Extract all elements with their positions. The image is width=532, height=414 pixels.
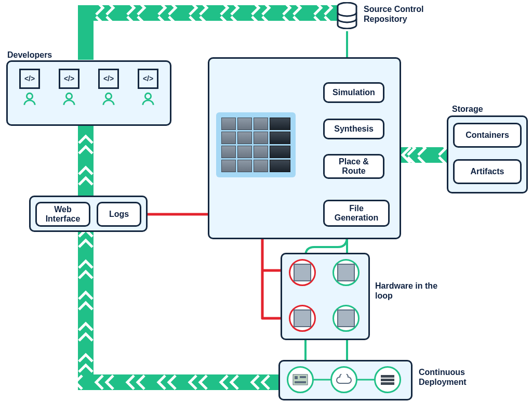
svg-rect-6	[78, 374, 296, 390]
code-icon: </>	[59, 69, 79, 89]
person-icon	[101, 92, 116, 106]
svg-point-12	[105, 93, 111, 99]
web-interface-node: Web Interface	[35, 202, 90, 227]
developer-icon: </>	[136, 69, 160, 106]
hw-device-icon	[332, 259, 360, 286]
svg-rect-20	[381, 382, 394, 385]
source-control-db-icon	[337, 2, 357, 29]
svg-rect-7	[400, 147, 449, 163]
developer-icon: </>	[57, 69, 81, 106]
svg-point-13	[145, 93, 151, 99]
svg-rect-18	[381, 375, 394, 378]
stage-synthesis: Synthesis	[323, 119, 384, 139]
continuous-deployment-label: Continuous Deployment	[419, 367, 491, 387]
svg-rect-3	[78, 120, 94, 374]
svg-rect-8	[400, 147, 449, 163]
hw-device-icon	[332, 305, 360, 332]
svg-rect-16	[300, 376, 306, 378]
stage-simulation: Simulation	[323, 82, 384, 103]
hw-device-icon	[289, 259, 316, 286]
svg-point-11	[66, 93, 72, 99]
svg-rect-15	[295, 376, 298, 379]
svg-point-10	[26, 93, 32, 99]
code-icon: </>	[98, 69, 119, 89]
artifacts-node: Artifacts	[453, 159, 522, 184]
code-icon: </>	[19, 69, 40, 89]
person-icon	[141, 92, 155, 106]
svg-rect-2	[78, 5, 94, 60]
svg-rect-19	[381, 379, 394, 381]
stage-file-generation: File Generation	[323, 200, 390, 227]
developer-icon: </>	[18, 69, 42, 106]
developer-icon: </>	[97, 69, 121, 106]
code-icon: </>	[138, 69, 158, 89]
source-control-label: Source Control Repository	[364, 4, 436, 24]
logs-node: Logs	[97, 202, 141, 227]
developers-label: Developers	[7, 50, 52, 60]
stage-place-route: Place & Route	[323, 154, 384, 179]
svg-rect-1	[78, 5, 348, 21]
server-rack-icon	[216, 112, 296, 177]
person-icon	[22, 92, 37, 106]
hw-device-icon	[289, 305, 316, 332]
deploy-target-board-icon	[287, 366, 314, 393]
svg-rect-0	[78, 5, 348, 21]
hardware-loop-label: Hardware in the loop	[375, 281, 448, 301]
deploy-target-cloud-icon	[330, 366, 357, 393]
svg-rect-5	[78, 374, 296, 390]
svg-rect-17	[295, 381, 306, 383]
deploy-target-rack-icon	[374, 366, 401, 393]
person-icon	[62, 92, 76, 106]
containers-node: Containers	[453, 123, 522, 148]
svg-rect-4	[78, 120, 94, 374]
storage-label: Storage	[452, 104, 483, 114]
